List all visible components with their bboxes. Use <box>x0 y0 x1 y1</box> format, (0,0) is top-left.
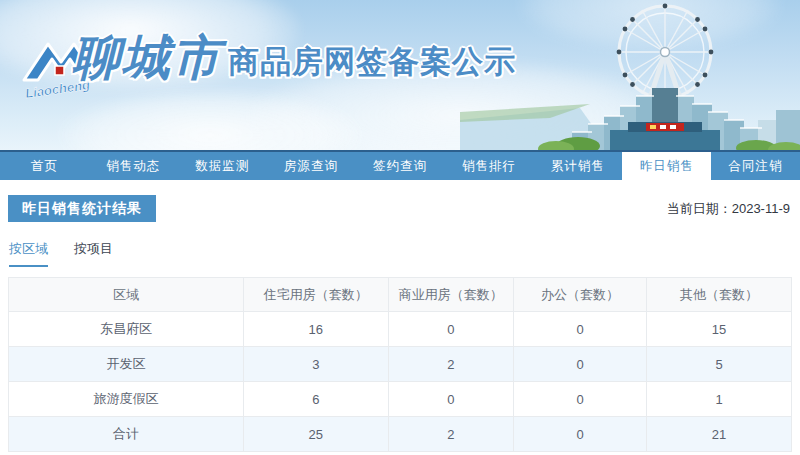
cell-other: 1 <box>647 382 792 417</box>
nav-item-data-monitoring[interactable]: 数据监测 <box>178 152 267 180</box>
banner-title: 聊城市 商品房网签备案公示 <box>72 34 516 82</box>
column-header-office: 办公（套数） <box>514 278 647 312</box>
table-row: 东昌府区 16 0 0 15 <box>9 312 792 347</box>
current-date-label: 当前日期： <box>667 201 732 216</box>
cell-region: 开发区 <box>9 347 244 382</box>
tab-by-project[interactable]: 按项目 <box>74 240 113 267</box>
main-content: 昨日销售统计结果 当前日期：2023-11-9 按区域 按项目 区域 住宅用房（… <box>0 195 800 452</box>
table-header-row: 区域 住宅用房（套数） 商业用房（套数） 办公（套数） 其他（套数） <box>9 278 792 312</box>
current-date: 当前日期：2023-11-9 <box>667 200 792 218</box>
nav-item-contract-cancellation[interactable]: 合同注销 <box>711 152 800 180</box>
column-header-residential: 住宅用房（套数） <box>243 278 388 312</box>
cell-residential: 3 <box>243 347 388 382</box>
cell-commercial: 0 <box>388 312 513 347</box>
sales-statistics-table: 区域 住宅用房（套数） 商业用房（套数） 办公（套数） 其他（套数） 东昌府区 … <box>8 277 792 452</box>
table-row-total: 合计 25 2 0 21 <box>9 417 792 452</box>
nav-item-home[interactable]: 首页 <box>0 152 89 180</box>
cell-office: 0 <box>514 382 647 417</box>
column-header-commercial: 商业用房（套数） <box>388 278 513 312</box>
nav-item-cumulative-sales[interactable]: 累计销售 <box>533 152 622 180</box>
nav-item-sales-ranking[interactable]: 销售排行 <box>444 152 533 180</box>
cell-other: 15 <box>647 312 792 347</box>
cell-residential: 25 <box>243 417 388 452</box>
banner: Liaocheng 聊城市 商品房网签备案公示 <box>0 0 800 150</box>
column-header-region: 区域 <box>9 278 244 312</box>
cell-commercial: 2 <box>388 347 513 382</box>
cell-commercial: 2 <box>388 417 513 452</box>
tab-by-region[interactable]: 按区域 <box>9 240 48 267</box>
cell-other: 21 <box>647 417 792 452</box>
nav-item-yesterday-sales[interactable]: 昨日销售 <box>622 152 711 180</box>
cell-office: 0 <box>514 417 647 452</box>
table-row: 旅游度假区 6 0 0 1 <box>9 382 792 417</box>
banner-title-city: 聊城市 <box>72 34 222 82</box>
cell-office: 0 <box>514 347 647 382</box>
cell-office: 0 <box>514 312 647 347</box>
current-date-value: 2023-11-9 <box>732 201 790 216</box>
view-tabs: 按区域 按项目 <box>8 240 792 267</box>
table-row: 开发区 3 2 0 5 <box>9 347 792 382</box>
banner-title-text: 商品房网签备案公示 <box>228 46 516 82</box>
page-title: 昨日销售统计结果 <box>8 195 156 222</box>
nav-item-contract-query[interactable]: 签约查询 <box>356 152 445 180</box>
main-nav: 首页 销售动态 数据监测 房源查询 签约查询 销售排行 累计销售 昨日销售 合同… <box>0 150 800 180</box>
logo-red-square-icon <box>55 66 64 75</box>
cell-region: 合计 <box>9 417 244 452</box>
cell-region: 东昌府区 <box>9 312 244 347</box>
nav-item-sales-dynamics[interactable]: 销售动态 <box>89 152 178 180</box>
column-header-other: 其他（套数） <box>647 278 792 312</box>
cell-region: 旅游度假区 <box>9 382 244 417</box>
cell-commercial: 0 <box>388 382 513 417</box>
cell-residential: 16 <box>243 312 388 347</box>
cell-other: 5 <box>647 347 792 382</box>
nav-item-listing-query[interactable]: 房源查询 <box>267 152 356 180</box>
cell-residential: 6 <box>243 382 388 417</box>
